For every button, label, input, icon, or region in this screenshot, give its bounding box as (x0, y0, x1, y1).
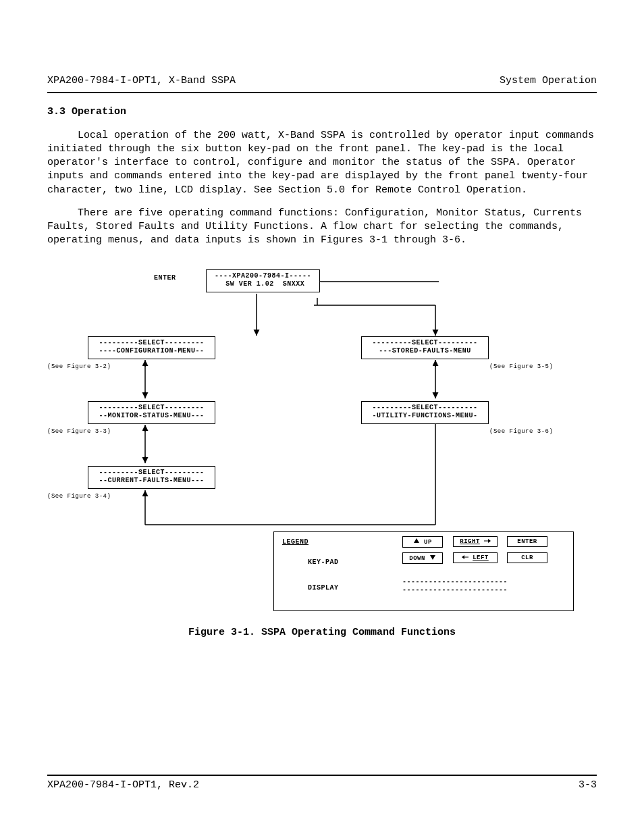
legend-key-clr: CLR (507, 552, 547, 563)
page: XPA200-7984-I-OPT1, X-Band SSPA System O… (0, 0, 644, 834)
arrow-left-icon (462, 554, 468, 560)
footer-rule (47, 775, 597, 776)
footer: XPA200-7984-I-OPT1, Rev.2 3-3 (47, 779, 597, 792)
arrow-up-icon (413, 538, 420, 544)
running-header: XPA200-7984-I-OPT1, X-Band SSPA System O… (47, 74, 597, 88)
legend-panel: LEGEND KEY-PAD DISPLAY UP RIGHT ENTER DO… (273, 531, 574, 611)
note-current: (See Figure 3-4) (47, 492, 111, 500)
enter-label: ENTER (154, 273, 176, 283)
header-rule (47, 92, 597, 93)
legend-key-up: UP (402, 536, 443, 548)
legend-display-lines: ------------------------ ---------------… (402, 578, 508, 594)
box-utility: ---------SELECT--------- -UTILITY-FUNCTI… (361, 401, 489, 424)
box-stored: ---------SELECT--------- ---STORED-FAULT… (361, 336, 489, 359)
paragraph-2: There are five operating command functio… (47, 207, 597, 248)
note-utility: (See Figure 3-6) (489, 427, 553, 436)
header-left: XPA200-7984-I-OPT1, X-Band SSPA (47, 74, 236, 88)
note-config: (See Figure 3-2) (47, 363, 111, 371)
header-right: System Operation (500, 74, 597, 88)
paragraph-1: Local operation of the 200 watt, X-Band … (47, 129, 597, 197)
note-stored: (See Figure 3-5) (489, 363, 553, 371)
figure-caption: Figure 3-1. SSPA Operating Command Funct… (47, 626, 597, 640)
section-title: 3.3 Operation (47, 105, 597, 119)
legend-key-down: DOWN (402, 552, 443, 564)
legend-title: LEGEND (282, 538, 308, 547)
box-current: ---------SELECT--------- --CURRENT-FAULT… (88, 466, 215, 489)
note-monitor: (See Figure 3-3) (47, 427, 111, 436)
footer-right: 3-3 (579, 779, 597, 792)
arrow-down-icon (429, 554, 436, 561)
legend-display-label: DISPLAY (308, 583, 339, 593)
legend-key-left: LEFT (453, 552, 498, 563)
legend-key-enter: ENTER (507, 536, 547, 547)
legend-key-right: RIGHT (453, 536, 498, 547)
flowchart-diagram: ENTER ----XPA200-7984-I----- SW VER 1.02… (47, 268, 597, 619)
box-monitor: ---------SELECT--------- --MONITOR-STATU… (88, 401, 215, 424)
box-config: ---------SELECT--------- ----CONFIGURATI… (88, 336, 215, 359)
legend-keypad-label: KEY-PAD (308, 558, 339, 567)
arrow-right-icon (484, 538, 491, 544)
box-top: ----XPA200-7984-I----- SW VER 1.02 SNXXX (206, 269, 320, 292)
footer-left: XPA200-7984-I-OPT1, Rev.2 (47, 779, 199, 792)
